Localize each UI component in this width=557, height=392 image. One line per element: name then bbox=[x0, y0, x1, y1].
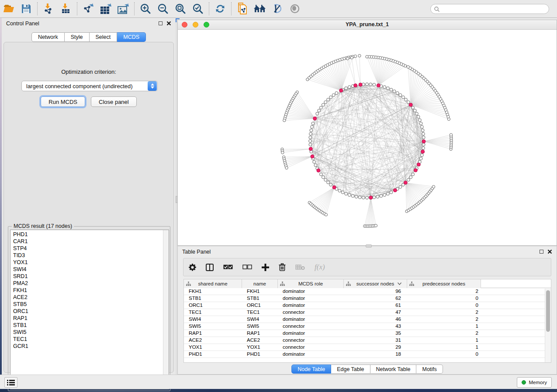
show-columns-icon[interactable] bbox=[206, 264, 214, 271]
graph-node[interactable] bbox=[405, 98, 408, 101]
graph-node[interactable] bbox=[366, 196, 369, 199]
graph-node[interactable] bbox=[362, 196, 365, 199]
deselect-all-columns-icon[interactable] bbox=[242, 265, 252, 270]
apply-layout-button[interactable] bbox=[213, 2, 228, 16]
graph-node[interactable] bbox=[417, 115, 420, 118]
graph-node[interactable] bbox=[419, 119, 422, 122]
graph-node[interactable] bbox=[366, 55, 368, 58]
graph-node[interactable] bbox=[319, 106, 322, 109]
graph-node[interactable] bbox=[421, 154, 424, 157]
memory-button[interactable]: Memory bbox=[517, 377, 552, 388]
add-column-icon[interactable] bbox=[262, 264, 269, 271]
graph-hub-node[interactable] bbox=[421, 150, 425, 153]
graph-hub-node[interactable] bbox=[313, 117, 317, 120]
list-item[interactable]: SRD1 bbox=[10, 273, 163, 280]
column-header-predecessor-nodes[interactable]: predecessor nodes bbox=[407, 279, 481, 288]
horizontal-splitter-handle[interactable] bbox=[366, 244, 372, 248]
graph-node[interactable] bbox=[383, 193, 386, 196]
graph-node[interactable] bbox=[402, 96, 405, 99]
graph-hub-node[interactable] bbox=[317, 169, 320, 172]
table-scrollbar[interactable] bbox=[545, 289, 551, 362]
graph-node[interactable] bbox=[309, 132, 312, 135]
network-window-titlebar[interactable]: YPA_prune.txt_1 bbox=[178, 20, 557, 30]
graph-node[interactable] bbox=[335, 92, 338, 95]
tab-network-table[interactable]: Network Table bbox=[370, 364, 417, 374]
list-item[interactable]: RAP1 bbox=[10, 315, 163, 322]
search-input[interactable] bbox=[440, 6, 549, 12]
graph-node[interactable] bbox=[376, 195, 379, 198]
graph-hub-node[interactable] bbox=[417, 163, 420, 166]
open-file-button[interactable] bbox=[1, 2, 16, 16]
first-neighbors-button[interactable] bbox=[253, 2, 267, 16]
show-all-button[interactable] bbox=[287, 2, 302, 16]
graph-hub-node[interactable] bbox=[339, 89, 343, 92]
graph-node[interactable] bbox=[396, 92, 399, 95]
zoom-in-button[interactable] bbox=[138, 2, 153, 16]
close-panel-button[interactable]: Close panel bbox=[91, 96, 137, 107]
delete-column-icon[interactable] bbox=[279, 263, 286, 271]
graph-hub-node[interactable] bbox=[369, 196, 373, 199]
tab-style[interactable]: Style bbox=[65, 32, 90, 42]
network-graph[interactable] bbox=[178, 30, 557, 245]
float-panel-icon[interactable] bbox=[159, 21, 163, 25]
column-header-MCDS-role[interactable]: MCDS role bbox=[278, 279, 344, 288]
column-header-name[interactable]: name bbox=[242, 279, 278, 288]
result-list-scrollbar[interactable] bbox=[163, 230, 169, 389]
graph-node[interactable] bbox=[393, 90, 396, 93]
graph-node[interactable] bbox=[316, 112, 319, 115]
hide-selected-button[interactable] bbox=[270, 2, 285, 16]
graph-node[interactable] bbox=[412, 106, 415, 109]
list-item[interactable]: PMA2 bbox=[10, 280, 163, 287]
graph-node[interactable] bbox=[351, 195, 354, 198]
graph-node[interactable] bbox=[341, 191, 344, 194]
graph-node[interactable] bbox=[309, 143, 312, 146]
close-panel-icon[interactable] bbox=[166, 21, 171, 26]
list-item[interactable]: CAR1 bbox=[10, 238, 163, 245]
graph-node[interactable] bbox=[318, 109, 321, 112]
table-row[interactable]: ACE2ACE2connector311 bbox=[184, 337, 546, 344]
graph-node[interactable] bbox=[421, 129, 424, 132]
list-item[interactable]: ACE2 bbox=[10, 294, 163, 301]
graph-node[interactable] bbox=[383, 86, 386, 89]
close-table-panel-icon[interactable] bbox=[547, 249, 552, 254]
table-row[interactable]: SWI4SWI4dominator462 bbox=[184, 316, 546, 323]
graph-node[interactable] bbox=[373, 83, 376, 86]
graph-node[interactable] bbox=[325, 213, 327, 216]
graph-node[interactable] bbox=[311, 122, 315, 125]
graph-node[interactable] bbox=[314, 164, 317, 167]
graph-node[interactable] bbox=[319, 173, 322, 176]
graph-node[interactable] bbox=[369, 83, 372, 86]
graph-node[interactable] bbox=[346, 57, 349, 60]
graph-hub-node[interactable] bbox=[309, 147, 312, 151]
zoom-selected-button[interactable] bbox=[190, 2, 205, 16]
save-session-button[interactable] bbox=[19, 2, 34, 16]
graph-hub-node[interactable] bbox=[311, 155, 314, 158]
zoom-out-button[interactable] bbox=[156, 2, 170, 16]
graph-node[interactable] bbox=[413, 109, 416, 112]
tab-network[interactable]: Network bbox=[31, 32, 65, 42]
graph-node[interactable] bbox=[345, 87, 348, 90]
graph-node[interactable] bbox=[415, 112, 419, 115]
graph-node[interactable] bbox=[419, 122, 422, 125]
graph-node[interactable] bbox=[412, 173, 415, 176]
graph-node[interactable] bbox=[329, 96, 332, 99]
graph-node[interactable] bbox=[373, 196, 376, 199]
graph-node[interactable] bbox=[450, 134, 452, 136]
graph-node[interactable] bbox=[322, 103, 325, 107]
float-table-panel-icon[interactable] bbox=[540, 250, 543, 254]
column-header-shared-name[interactable]: shared name bbox=[184, 279, 242, 288]
graph-hub-node[interactable] bbox=[359, 83, 362, 86]
list-item[interactable]: GCR1 bbox=[10, 343, 163, 350]
zoom-fit-button[interactable] bbox=[173, 2, 188, 16]
graph-node[interactable] bbox=[390, 191, 393, 194]
graph-node[interactable] bbox=[348, 86, 351, 89]
list-item[interactable]: STB5 bbox=[10, 301, 163, 308]
graph-node[interactable] bbox=[366, 83, 369, 86]
list-item[interactable]: STP4 bbox=[10, 245, 163, 252]
graph-node[interactable] bbox=[422, 143, 425, 146]
graph-node[interactable] bbox=[354, 55, 356, 58]
graph-hub-node[interactable] bbox=[404, 181, 407, 184]
export-image-button[interactable] bbox=[116, 2, 131, 16]
graph-node[interactable] bbox=[283, 119, 286, 122]
graph-node[interactable] bbox=[407, 65, 409, 68]
